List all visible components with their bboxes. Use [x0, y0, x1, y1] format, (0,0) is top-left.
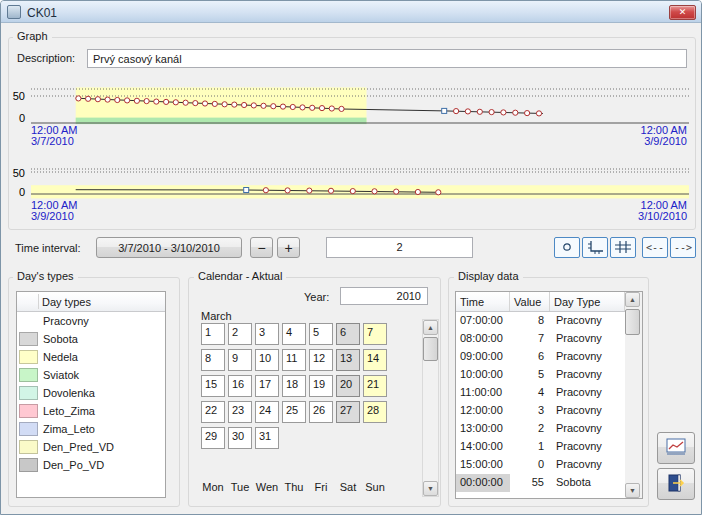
calendar-weekday-row: MonTueWenThuFriSatSun	[201, 481, 387, 493]
scrollbar-thumb[interactable]	[625, 309, 640, 335]
date-range-button[interactable]: 3/7/2010 - 3/10/2010	[96, 237, 242, 258]
table-row[interactable]: 12:00:003Pracovny	[456, 402, 625, 420]
calendar-day-13[interactable]: 13	[336, 349, 360, 371]
table-row[interactable]: 00:00:0055Sobota	[456, 474, 625, 492]
scroll-up-icon[interactable]: ▲	[625, 292, 640, 307]
interval-value-field[interactable]: 2	[326, 237, 473, 258]
table-row[interactable]: 11:00:004Pracovny	[456, 384, 625, 402]
table-scrollbar[interactable]: ▲ ▼	[625, 292, 642, 498]
table-row[interactable]: 13:00:002Pracovny	[456, 420, 625, 438]
value-cell: 6	[510, 348, 550, 366]
graph-chart-2	[31, 167, 689, 201]
chart2-x-start-label: 12:00 AM 3/9/2010	[31, 200, 77, 222]
table-header-row: TimeValueDay Type	[456, 292, 625, 312]
day-type-row[interactable]: Sobota	[17, 330, 165, 348]
table-row[interactable]: 14:00:001Pracovny	[456, 438, 625, 456]
day-type-name: Sviatok	[43, 369, 79, 381]
day-type-cell: Pracovny	[550, 312, 625, 330]
weekday-label: Tue	[228, 481, 252, 493]
day-type-row[interactable]: Sviatok	[17, 366, 165, 384]
day-type-name: Dovolenka	[43, 387, 95, 399]
zoom-out-button[interactable]: −	[250, 237, 273, 258]
calendar-day-20[interactable]: 20	[336, 375, 360, 397]
scroll-forward-button[interactable]: -->	[670, 237, 696, 258]
calendar-scrollbar[interactable]: ▲ ▼	[422, 319, 439, 497]
calendar-day-11[interactable]: 11	[282, 349, 306, 371]
calendar-day-9[interactable]: 9	[228, 349, 252, 371]
calendar-day-5[interactable]: 5	[309, 323, 333, 345]
header-separator	[38, 294, 39, 309]
calendar-day-28[interactable]: 28	[363, 401, 387, 423]
calendar-day-22[interactable]: 22	[201, 401, 225, 423]
calendar-day-4[interactable]: 4	[282, 323, 306, 345]
weekday-label: Fri	[309, 481, 333, 493]
day-type-color-swatch	[19, 350, 38, 364]
title-bar[interactable]: CK01 ✕	[1, 1, 701, 23]
calendar-day-19[interactable]: 19	[309, 375, 333, 397]
value-cell: 55	[510, 474, 550, 492]
column-header-time[interactable]: Time	[456, 292, 510, 311]
table-row[interactable]: 08:00:007Pracovny	[456, 330, 625, 348]
description-field[interactable]: Prvý casový kanál	[87, 49, 687, 68]
scrollbar-thumb[interactable]	[423, 337, 438, 361]
day-type-row[interactable]: Den_Pred_VD	[17, 438, 165, 456]
y-tick-0-2: 0	[9, 186, 25, 198]
calendar-day-8[interactable]: 8	[201, 349, 225, 371]
axes-mode-button[interactable]	[582, 237, 608, 258]
display-data-table: TimeValueDay Type 07:00:008Pracovny08:00…	[455, 291, 643, 499]
calendar-day-2[interactable]: 2	[228, 323, 252, 345]
scroll-down-icon[interactable]: ▼	[625, 483, 640, 498]
month-label: March	[201, 310, 232, 322]
calendar-day-17[interactable]: 17	[255, 375, 279, 397]
day-type-row[interactable]: Nedela	[17, 348, 165, 366]
calendar-day-1[interactable]: 1	[201, 323, 225, 345]
calendar-day-3[interactable]: 3	[255, 323, 279, 345]
close-button[interactable]: ✕	[669, 5, 696, 20]
scroll-down-icon[interactable]: ▼	[423, 481, 438, 496]
calendar-day-15[interactable]: 15	[201, 375, 225, 397]
time-cell: 11:00:00	[456, 384, 510, 402]
scroll-up-icon[interactable]: ▲	[423, 320, 438, 335]
day-type-row[interactable]: Zima_Leto	[17, 420, 165, 438]
calendar-day-26[interactable]: 26	[309, 401, 333, 423]
calendar-day-14[interactable]: 14	[363, 349, 387, 371]
day-type-row[interactable]: Den_Po_VD	[17, 456, 165, 474]
calendar-day-27[interactable]: 27	[336, 401, 360, 423]
grid-mode-button[interactable]	[610, 237, 636, 258]
calendar-day-6[interactable]: 6	[336, 323, 360, 345]
time-interval-label: Time interval:	[15, 242, 81, 254]
time-cell: 08:00:00	[456, 330, 510, 348]
chart-button[interactable]	[657, 432, 695, 464]
table-row[interactable]: 07:00:008Pracovny	[456, 312, 625, 330]
calendar-day-7[interactable]: 7	[363, 323, 387, 345]
graph-group-label: Graph	[13, 30, 52, 42]
day-type-row[interactable]: Pracovny	[17, 312, 165, 330]
calendar-day-25[interactable]: 25	[282, 401, 306, 423]
calendar-day-24[interactable]: 24	[255, 401, 279, 423]
calendar-day-10[interactable]: 10	[255, 349, 279, 371]
day-type-row[interactable]: Dovolenka	[17, 384, 165, 402]
table-row[interactable]: 10:00:005Pracovny	[456, 366, 625, 384]
table-row[interactable]: 15:00:000Pracovny	[456, 456, 625, 474]
calendar-day-21[interactable]: 21	[363, 375, 387, 397]
zoom-in-button[interactable]: +	[277, 237, 300, 258]
calendar-day-23[interactable]: 23	[228, 401, 252, 423]
year-field[interactable]: 2010	[340, 287, 428, 305]
calendar-day-16[interactable]: 16	[228, 375, 252, 397]
day-types-list: Day types PracovnySobotaNedelaSviatokDov…	[16, 291, 166, 498]
day-type-row[interactable]: Leto_Zima	[17, 402, 165, 420]
calendar-day-29[interactable]: 29	[201, 427, 225, 449]
day-types-header[interactable]: Day types	[17, 292, 165, 312]
calendar-day-30[interactable]: 30	[228, 427, 252, 449]
year-label: Year:	[304, 291, 329, 303]
calendar-day-12[interactable]: 12	[309, 349, 333, 371]
calendar-day-31[interactable]: 31	[255, 427, 279, 449]
scroll-back-button[interactable]: <--	[642, 237, 668, 258]
exit-button[interactable]	[657, 468, 695, 500]
table-row[interactable]: 09:00:006Pracovny	[456, 348, 625, 366]
chart1-x-end-label: 12:00 AM 3/9/2010	[641, 125, 687, 147]
column-header-day-type[interactable]: Day Type	[550, 292, 625, 311]
points-mode-button[interactable]	[554, 237, 580, 258]
calendar-day-18[interactable]: 18	[282, 375, 306, 397]
column-header-value[interactable]: Value	[510, 292, 550, 311]
